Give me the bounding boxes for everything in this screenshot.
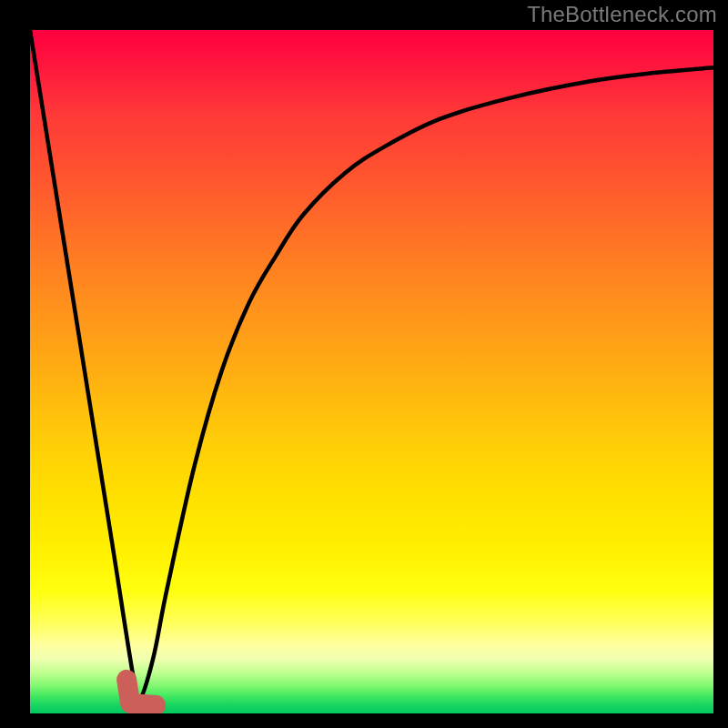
chart-svg — [30, 30, 713, 713]
chart-frame: TheBottleneck.com — [0, 0, 728, 728]
min-marker — [126, 680, 156, 705]
bottleneck-curve-path — [30, 30, 713, 701]
chart-plot-area — [30, 30, 713, 713]
watermark-text: TheBottleneck.com — [527, 2, 717, 27]
